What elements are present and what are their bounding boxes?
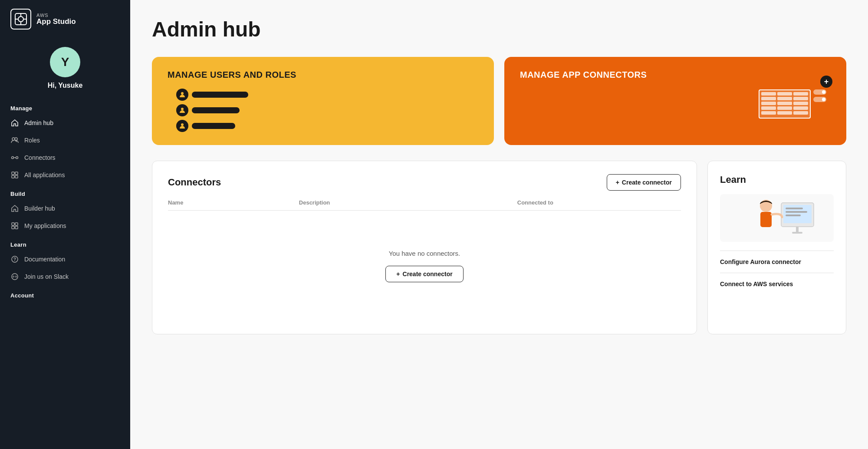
all-applications-icon — [10, 171, 19, 179]
svg-rect-11 — [12, 172, 14, 175]
sidebar-item-connectors[interactable]: Connectors — [0, 149, 130, 166]
svg-point-8 — [12, 157, 14, 159]
learn-panel: Learn — [707, 161, 846, 334]
slack-icon — [10, 272, 19, 281]
users-illustration — [168, 89, 478, 132]
sidebar-item-admin-hub[interactable]: Admin hub — [0, 114, 130, 132]
svg-rect-30 — [786, 211, 807, 213]
svg-point-6 — [12, 138, 15, 140]
conn-table — [759, 89, 811, 119]
builder-hub-icon — [10, 204, 19, 213]
svg-rect-16 — [15, 223, 18, 225]
empty-text: You have no connectors. — [389, 250, 460, 257]
create-connector-button-center[interactable]: + Create connector — [385, 266, 463, 282]
conn-toggles — [813, 89, 826, 102]
sidebar-item-admin-hub-label: Admin hub — [24, 119, 53, 126]
my-applications-icon — [10, 221, 19, 230]
svg-rect-13 — [12, 175, 14, 178]
svg-point-22 — [13, 276, 14, 277]
section-account: Account — [0, 285, 130, 301]
logo-aws-label: AWS — [36, 13, 76, 18]
logo-text: AWS App Studio — [36, 13, 76, 26]
connectors-panel: Connectors + Create connector Name Descr… — [152, 161, 697, 334]
user-icon-2 — [176, 104, 188, 116]
svg-point-26 — [181, 123, 184, 126]
connectors-illustration: + — [520, 89, 831, 119]
svg-point-1 — [18, 17, 23, 22]
greeting: Hi, Yusuke — [48, 82, 83, 89]
logo-area: AWS App Studio — [0, 0, 130, 38]
svg-point-7 — [15, 138, 17, 140]
empty-state: You have no connectors. + Create connect… — [168, 224, 681, 308]
sidebar-item-documentation-label: Documentation — [24, 256, 65, 263]
sidebar-item-connectors-label: Connectors — [24, 154, 56, 161]
sidebar-item-documentation[interactable]: ? Documentation — [0, 251, 130, 268]
sidebar-item-my-applications[interactable]: My applications — [0, 217, 130, 234]
svg-point-25 — [181, 108, 184, 110]
manage-connectors-card[interactable]: MANAGE APP CONNECTORS + — [504, 57, 846, 145]
toggle-1 — [813, 89, 826, 95]
logo-app-studio-label: App Studio — [36, 18, 76, 26]
section-build: Build — [0, 184, 130, 200]
section-manage: Manage — [0, 98, 130, 114]
learn-item-1: Configure Aurora connector — [720, 251, 834, 273]
manage-users-title: MANAGE USERS AND ROLES — [168, 70, 478, 80]
svg-rect-29 — [786, 208, 803, 209]
sidebar-user: Y Hi, Yusuke — [0, 38, 130, 98]
user-bar-3 — [192, 123, 235, 129]
user-bar-2 — [192, 107, 240, 113]
create-connector-label-center: Create connector — [403, 271, 453, 277]
user-icon-3 — [176, 120, 188, 132]
svg-point-23 — [16, 276, 17, 277]
avatar: Y — [50, 47, 80, 77]
svg-rect-14 — [15, 175, 18, 178]
sidebar-item-all-applications[interactable]: All applications — [0, 166, 130, 184]
sidebar-item-roles-label: Roles — [24, 137, 40, 144]
home-icon — [10, 119, 19, 127]
plus-icon: + — [820, 76, 832, 88]
top-cards: MANAGE USERS AND ROLES — [152, 57, 846, 145]
manage-connectors-title: MANAGE APP CONNECTORS — [520, 70, 831, 80]
sidebar-item-join-slack-label: Join us on Slack — [24, 273, 69, 280]
svg-point-9 — [16, 157, 18, 159]
user-row-1 — [176, 89, 478, 101]
col-connected-to: Connected to — [517, 199, 681, 206]
svg-rect-18 — [15, 226, 18, 229]
col-description: Description — [299, 199, 517, 206]
sidebar: AWS App Studio Y Hi, Yusuke Manage Admin… — [0, 0, 130, 449]
toggle-2 — [813, 97, 826, 102]
logo-icon — [10, 9, 31, 30]
page-title: Admin hub — [152, 17, 846, 41]
connectors-panel-title: Connectors — [168, 177, 221, 188]
user-bar-1 — [192, 92, 248, 98]
svg-rect-32 — [796, 227, 799, 232]
main-content: Admin hub MANAGE USERS AND ROLES — [130, 0, 868, 449]
connectors-table-header: Name Description Connected to — [168, 199, 681, 211]
svg-text:?: ? — [13, 257, 16, 262]
sidebar-item-builder-hub-label: Builder hub — [24, 205, 55, 212]
section-learn: Learn — [0, 234, 130, 251]
documentation-icon: ? — [10, 255, 19, 264]
sidebar-item-builder-hub[interactable]: Builder hub — [0, 200, 130, 217]
sidebar-item-roles[interactable]: Roles — [0, 132, 130, 149]
user-icon-1 — [176, 89, 188, 101]
plus-icon-center: + — [396, 271, 400, 277]
svg-point-24 — [181, 92, 184, 95]
learn-item-2-title[interactable]: Connect to AWS services — [720, 281, 793, 287]
connectors-panel-header: Connectors + Create connector — [168, 174, 681, 191]
learn-item-1-title[interactable]: Configure Aurora connector — [720, 258, 801, 265]
connectors-icon — [10, 153, 19, 162]
plus-icon-btn: + — [616, 179, 619, 186]
learn-item-2: Connect to AWS services — [720, 273, 834, 295]
user-row-2 — [176, 104, 478, 116]
svg-rect-12 — [15, 172, 18, 175]
svg-rect-17 — [12, 226, 14, 229]
sidebar-item-all-applications-label: All applications — [24, 172, 65, 178]
sidebar-item-join-slack[interactable]: Join us on Slack — [0, 268, 130, 285]
svg-rect-15 — [12, 223, 14, 225]
svg-rect-31 — [786, 215, 801, 216]
roles-icon — [10, 136, 19, 145]
create-connector-button-top[interactable]: + Create connector — [607, 174, 681, 191]
manage-users-card[interactable]: MANAGE USERS AND ROLES — [152, 57, 494, 145]
learn-illustration — [720, 194, 834, 242]
